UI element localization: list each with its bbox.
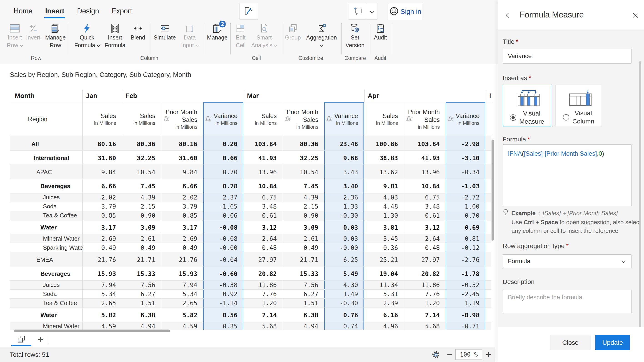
table-row-sparkling-water[interactable]: Sparkling Water0.490.490.49-0.000.480.49…	[10, 243, 491, 252]
table-cell[interactable]: 0.61	[404, 211, 446, 220]
table-cell[interactable]: 80.16	[161, 136, 203, 151]
add-sheet-button[interactable]: +	[34, 333, 47, 346]
formula-editor[interactable]: IFNA([Sales]-[Prior Month Sales],0)	[503, 144, 632, 206]
table-cell[interactable]: 4.94	[122, 322, 161, 330]
table-cell[interactable]: -0.30	[324, 211, 364, 220]
table-cell[interactable]: -0.52	[446, 281, 486, 289]
table-cell[interactable]: 31.60	[161, 151, 203, 165]
table-cell[interactable]: 1.49	[324, 290, 364, 298]
table-cell[interactable]: 21.71	[122, 252, 161, 266]
table-cell[interactable]: 20.82	[243, 266, 283, 280]
table-cell[interactable]: 0.74	[324, 322, 364, 330]
table-cell[interactable]: 3.45	[364, 234, 404, 243]
table-cell[interactable]: 2.37	[203, 193, 243, 202]
table-cell[interactable]: 2.02	[82, 193, 122, 202]
row-label[interactable]: EMEA	[10, 252, 82, 266]
table-cell[interactable]: -0.98	[446, 308, 486, 322]
table-cell[interactable]: 103.84	[243, 136, 283, 151]
table-cell[interactable]: 2.15	[122, 202, 161, 211]
table-cell[interactable]: 15.93	[82, 266, 122, 280]
table-cell[interactable]: 2.65	[161, 299, 203, 308]
table-cell[interactable]: 15.93	[161, 266, 203, 280]
table-row-tea-coffee[interactable]: Tea & Coffee0.850.900.850.060.610.90-0.3…	[10, 211, 491, 220]
table-cell[interactable]: 0.61	[243, 211, 283, 220]
measure-column-header-variance[interactable]: Variancein Millionsfx	[203, 102, 243, 136]
table-row-emea[interactable]: EMEA21.7621.7121.76-0.0427.9721.716.2525…	[10, 252, 491, 266]
table-cell[interactable]: 21.76	[82, 252, 122, 266]
table-cell[interactable]: -1.03	[446, 179, 486, 193]
table-row-water[interactable]: Water3.173.093.17-0.083.123.090.033.813.…	[10, 220, 491, 234]
table-row-international[interactable]: International31.6032.2531.600.6641.9332.…	[10, 151, 491, 165]
table-cell[interactable]: -0.08	[203, 220, 243, 234]
table-cell[interactable]: 38.83	[364, 151, 404, 165]
visual-column-option[interactable]: VisualColumn	[556, 85, 602, 126]
table-cell[interactable]: 3.48	[404, 202, 446, 211]
table-cell[interactable]: 5.68	[404, 322, 446, 330]
table-row-mineral-water[interactable]: Mineral Water2.692.612.69-0.082.642.610.…	[10, 234, 491, 243]
month-group-header[interactable]: Jan	[82, 90, 122, 102]
month-group-header[interactable]: Mar	[244, 90, 364, 102]
table-cell[interactable]: -0.00	[203, 243, 243, 252]
visual-measure-option[interactable]: VisualMeasure	[503, 85, 551, 126]
row-label[interactable]: Water	[10, 220, 82, 234]
table-row-mineral-water[interactable]: Mineral Water4.594.944.590.355.684.940.7…	[10, 322, 491, 330]
table-cell[interactable]: 11.34	[364, 281, 404, 289]
table-cell[interactable]: 13.96	[243, 165, 283, 179]
row-label[interactable]: Sparkling Water	[10, 243, 82, 252]
table-cell[interactable]: 4.59	[161, 322, 203, 330]
table-row-soda[interactable]: Soda5.346.275.340.927.766.271.495.317.76…	[10, 290, 491, 299]
table-cell[interactable]: 27.97	[404, 252, 446, 266]
table-cell[interactable]: 0.90	[283, 211, 324, 220]
table-cell[interactable]: 4.48	[364, 202, 404, 211]
measure-column-header-sales[interactable]: Salesin Millions	[243, 102, 283, 136]
table-cell[interactable]: -0.60	[203, 266, 243, 280]
row-label[interactable]: Mineral Water	[10, 322, 82, 330]
table-cell[interactable]: 2.61	[122, 234, 161, 243]
table-cell[interactable]: 11.86	[243, 281, 283, 289]
row-label[interactable]: APAC	[10, 165, 82, 179]
description-textarea[interactable]	[503, 290, 632, 313]
month-group-header[interactable]: Feb	[122, 90, 244, 102]
measure-column-header-prior-month-sales[interactable]: Prior Month Salesin Millionsfx	[283, 102, 324, 136]
table-cell[interactable]: -0.08	[203, 234, 243, 243]
table-cell[interactable]: 0.49	[82, 243, 122, 252]
table-cell[interactable]: 21.76	[161, 252, 203, 266]
table-cell[interactable]: 4.94	[283, 322, 324, 330]
table-cell[interactable]: 5.49	[324, 266, 364, 280]
table-cell[interactable]: 2.69	[82, 234, 122, 243]
table-cell[interactable]: 32.25	[122, 151, 161, 165]
table-cell[interactable]: 7.56	[122, 281, 161, 289]
table-cell[interactable]: 2.64	[243, 234, 283, 243]
table-cell[interactable]: 7.14	[404, 308, 446, 322]
update-button[interactable]: Update	[595, 335, 630, 350]
table-cell[interactable]: 5.68	[243, 322, 283, 330]
table-cell[interactable]: 10.84	[243, 179, 283, 193]
row-label[interactable]: Beverages	[10, 266, 82, 280]
aggregation-button[interactable]: Aggregation	[302, 22, 341, 49]
table-cell[interactable]: 5.82	[82, 308, 122, 322]
table-cell[interactable]: -0.34	[446, 165, 486, 179]
table-cell[interactable]: 0.20	[203, 136, 243, 151]
table-cell[interactable]: 0.70	[446, 211, 486, 220]
table-cell[interactable]: 6.38	[283, 308, 324, 322]
table-cell[interactable]: -1.65	[203, 202, 243, 211]
table-cell[interactable]: 0.81	[446, 234, 486, 243]
table-cell[interactable]: -0.12	[446, 243, 486, 252]
audit-button[interactable]: Audit	[361, 22, 400, 41]
table-cell[interactable]: 9.68	[324, 151, 364, 165]
table-cell[interactable]: 3.40	[324, 179, 364, 193]
table-cell[interactable]: 15.33	[122, 266, 161, 280]
table-row-beverages[interactable]: Beverages6.667.456.660.7810.847.453.409.…	[10, 179, 491, 193]
table-cell[interactable]: 6.66	[82, 179, 122, 193]
table-row-apac[interactable]: APAC9.8410.549.840.7013.9610.543.4313.62…	[10, 165, 491, 179]
back-chevron-icon[interactable]	[504, 12, 510, 20]
title-input[interactable]	[503, 49, 632, 64]
horizontal-scrollbar[interactable]	[14, 330, 170, 332]
row-label[interactable]: Tea & Coffee	[10, 211, 82, 220]
column-header-month[interactable]: Month	[10, 90, 82, 102]
table-cell[interactable]: 2.64	[404, 234, 446, 243]
table-cell[interactable]: 80.36	[283, 136, 324, 151]
table-cell[interactable]: 0.92	[203, 290, 243, 298]
row-label[interactable]: Juices	[10, 281, 82, 289]
table-cell[interactable]: 6.25	[324, 252, 364, 266]
